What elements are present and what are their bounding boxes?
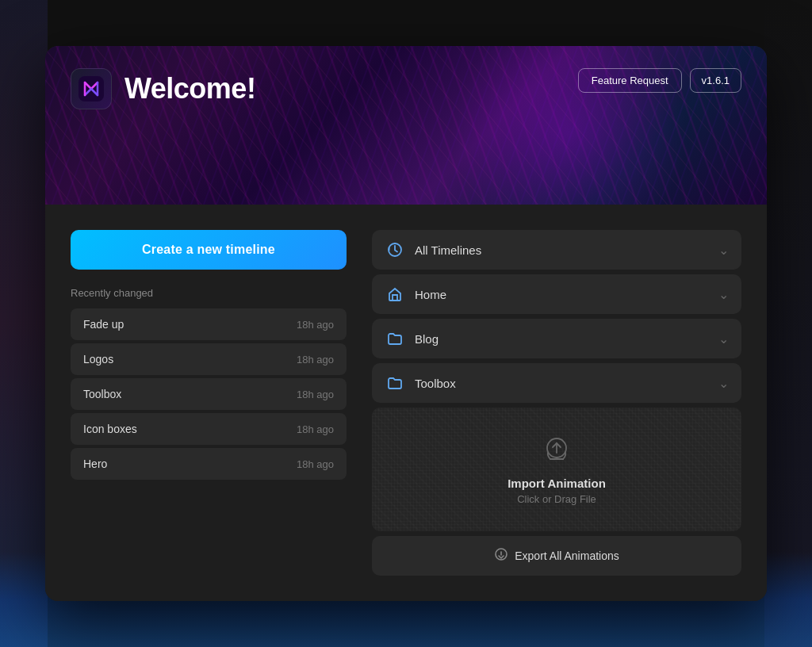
- left-panel: Create a new timeline Recently changed F…: [71, 230, 372, 576]
- timeline-item-name: Toolbox: [415, 377, 709, 390]
- export-label: Export All Animations: [515, 549, 619, 562]
- timeline-item-name: Home: [415, 288, 709, 301]
- import-subtitle: Click or Drag File: [517, 493, 596, 505]
- welcome-title: Welcome!: [124, 72, 255, 105]
- feature-request-button[interactable]: Feature Request: [578, 68, 682, 93]
- timeline-item-blog[interactable]: Blog ⌄: [372, 319, 741, 358]
- timeline-item-home[interactable]: Home ⌄: [372, 274, 741, 314]
- recent-item-time: 18h ago: [297, 389, 334, 400]
- welcome-modal: Welcome! Feature Request v1.6.1 Create a…: [45, 46, 767, 601]
- bg-left: [0, 0, 48, 647]
- bg-right: [764, 0, 812, 647]
- create-timeline-button[interactable]: Create a new timeline: [71, 230, 347, 270]
- version-badge[interactable]: v1.6.1: [690, 68, 741, 93]
- recent-item[interactable]: Hero 18h ago: [71, 448, 347, 480]
- modal-body: Create a new timeline Recently changed F…: [45, 205, 767, 601]
- folder-icon: [385, 328, 405, 349]
- modal-header: Welcome! Feature Request v1.6.1: [45, 46, 767, 205]
- timeline-list: All Timelines ⌄ Home ⌄: [372, 230, 741, 403]
- timeline-item-all[interactable]: All Timelines ⌄: [372, 230, 741, 270]
- folder-icon: [385, 373, 405, 393]
- recent-item-name: Hero: [83, 457, 107, 470]
- app-logo: [71, 68, 112, 109]
- recent-item[interactable]: Icon boxes 18h ago: [71, 413, 347, 445]
- timeline-item-toolbox[interactable]: Toolbox ⌄: [372, 363, 741, 403]
- chevron-down-icon: ⌄: [718, 243, 729, 258]
- home-icon: [385, 284, 405, 304]
- right-panel: All Timelines ⌄ Home ⌄: [372, 230, 741, 576]
- export-all-button[interactable]: Export All Animations: [372, 536, 741, 576]
- timeline-item-name: All Timelines: [415, 243, 709, 257]
- recent-item-name: Logos: [83, 353, 113, 366]
- chevron-down-icon: ⌄: [718, 331, 729, 346]
- recent-item-time: 18h ago: [297, 423, 334, 435]
- recent-item-time: 18h ago: [297, 354, 334, 366]
- clock-icon: [385, 239, 405, 260]
- chevron-down-icon: ⌄: [718, 376, 729, 391]
- recent-item[interactable]: Toolbox 18h ago: [71, 378, 347, 410]
- header-left: Welcome!: [71, 68, 255, 109]
- recent-item-time: 18h ago: [297, 319, 334, 331]
- export-icon: [494, 547, 508, 565]
- recent-item[interactable]: Logos 18h ago: [71, 343, 347, 375]
- recent-item-time: 18h ago: [297, 458, 334, 470]
- import-area[interactable]: Import Animation Click or Drag File: [372, 408, 741, 531]
- recent-item-name: Icon boxes: [83, 423, 137, 435]
- svg-point-2: [547, 438, 566, 457]
- recent-item-name: Toolbox: [83, 388, 121, 400]
- timeline-item-name: Blog: [415, 332, 709, 346]
- recently-changed-label: Recently changed: [71, 287, 347, 299]
- header-right: Feature Request v1.6.1: [578, 68, 741, 93]
- chevron-down-icon: ⌄: [718, 287, 729, 302]
- import-title: Import Animation: [508, 477, 606, 490]
- upload-icon: [541, 434, 573, 469]
- recent-item-name: Fade up: [83, 318, 124, 331]
- recent-item[interactable]: Fade up 18h ago: [71, 308, 347, 340]
- recent-list: Fade up 18h ago Logos 18h ago Toolbox 18…: [71, 308, 347, 480]
